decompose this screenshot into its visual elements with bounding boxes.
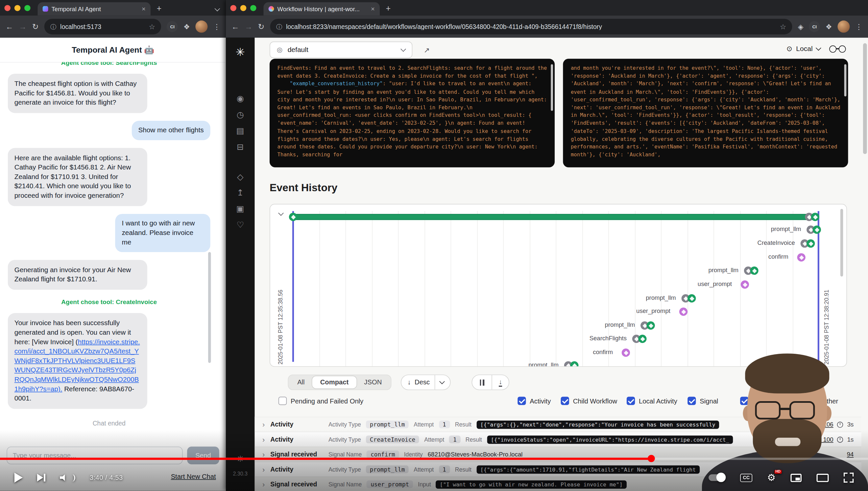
- tab-json[interactable]: JSON: [356, 376, 390, 388]
- timeline-event-marker[interactable]: [622, 348, 630, 357]
- checkbox[interactable]: [278, 397, 287, 405]
- row-expand-icon[interactable]: ›: [262, 435, 265, 443]
- row-expand-icon[interactable]: ›: [262, 465, 265, 473]
- collapse-timeline-button[interactable]: [276, 209, 285, 219]
- checkbox[interactable]: [518, 397, 526, 405]
- extension-badge-icon[interactable]: CI: [809, 21, 820, 32]
- message-input[interactable]: [7, 446, 183, 464]
- checkbox[interactable]: [627, 397, 635, 405]
- row-expand-icon[interactable]: ›: [262, 480, 265, 488]
- namespace-select[interactable]: ◎ default: [270, 41, 412, 58]
- timeline-event-marker[interactable]: [682, 294, 696, 302]
- bookmark-star-icon[interactable]: ☆: [780, 22, 786, 31]
- start-new-chat-link[interactable]: Start New Chat: [171, 472, 216, 481]
- temporal-logo-icon[interactable]: ✳: [226, 46, 255, 59]
- workflow-start-marker[interactable]: [289, 213, 297, 221]
- zoom-window-button[interactable]: [24, 5, 31, 11]
- filter-local-activity[interactable]: Local Activity: [627, 397, 677, 405]
- zoom-window-button[interactable]: [250, 5, 256, 11]
- cube-icon[interactable]: ◇: [237, 172, 243, 181]
- invoice-link[interactable]: https://invoice.stripe.com/i/acct_1NBOLu…: [14, 338, 140, 393]
- timeline-event-marker[interactable]: [641, 321, 655, 330]
- address-bar[interactable]: ⓘ localhost:8233/namespaces/default/work…: [270, 19, 793, 34]
- sort-desc-button[interactable]: ↓ Desc: [401, 375, 451, 390]
- stack-icon[interactable]: ▤: [237, 126, 244, 135]
- workflow-end-marker[interactable]: [805, 213, 819, 221]
- visibility-icon[interactable]: ◉: [237, 94, 244, 103]
- field-chip: prompt_llm: [366, 421, 409, 429]
- back-icon[interactable]: ←: [6, 23, 13, 31]
- feedback-heart-icon[interactable]: ♡: [237, 221, 244, 229]
- archive-icon[interactable]: ⊟: [237, 143, 244, 151]
- row-expand-icon[interactable]: ›: [262, 450, 265, 458]
- timeline-event-marker[interactable]: [632, 335, 647, 343]
- timeline-event-marker[interactable]: [807, 225, 821, 234]
- forward-icon[interactable]: →: [19, 23, 27, 31]
- workflow-input-json-panel[interactable]: FindEvents: Find an event to travel to 2…: [270, 59, 555, 167]
- close-window-button[interactable]: [4, 5, 10, 11]
- url-text: localhost:5173: [60, 23, 145, 30]
- field-label: Attempt: [414, 421, 434, 428]
- checkbox-label: Activity: [530, 397, 551, 405]
- filter-pending-and-failed-only[interactable]: Pending and Failed Only: [278, 397, 363, 405]
- extensions-puzzle-icon[interactable]: ❖: [183, 22, 190, 31]
- shield-extension-icon[interactable]: ◈: [798, 22, 804, 31]
- codec-glasses-icon[interactable]: [829, 46, 846, 53]
- pause-autorefresh-button[interactable]: [472, 375, 492, 389]
- page-scrollbar[interactable]: [863, 43, 867, 154]
- new-tab-button[interactable]: +: [384, 3, 393, 12]
- workflow-result-json-panel[interactable]: and month you're interested in for the e…: [563, 59, 848, 167]
- site-info-icon[interactable]: ⓘ: [276, 22, 282, 31]
- panel-scrollbar[interactable]: [844, 64, 847, 96]
- timeline-scrollbar[interactable]: [840, 209, 843, 277]
- filter-child-workflow[interactable]: Child Workflow: [561, 397, 617, 405]
- open-in-new-button[interactable]: ↗: [418, 41, 435, 58]
- minimize-window-button[interactable]: [240, 5, 247, 11]
- export-icon[interactable]: ↥: [237, 188, 244, 197]
- extensions-puzzle-icon[interactable]: ❖: [826, 22, 832, 31]
- timeline-event-marker[interactable]: [797, 253, 806, 261]
- timeline-event-marker[interactable]: [564, 362, 579, 367]
- tab-close-icon[interactable]: ×: [142, 6, 146, 12]
- extension-badge-icon[interactable]: CI: [167, 21, 178, 32]
- chat-scrollbar[interactable]: [208, 252, 211, 363]
- bookmark-star-icon[interactable]: ☆: [149, 22, 155, 31]
- minimize-window-button[interactable]: [14, 5, 21, 11]
- schedules-icon[interactable]: ◷: [237, 110, 244, 119]
- row-expand-icon[interactable]: ›: [262, 420, 265, 429]
- checkbox[interactable]: [687, 397, 696, 405]
- back-icon[interactable]: ←: [231, 23, 239, 31]
- new-tab-button[interactable]: +: [155, 3, 164, 12]
- tab-strip-right: Workflow History | agent-wor... × +: [226, 0, 868, 16]
- local-datasource-dropdown[interactable]: ⊙ Local: [786, 45, 820, 53]
- panel-scrollbar[interactable]: [551, 64, 553, 111]
- timeline-event-marker[interactable]: [744, 266, 758, 275]
- profile-avatar[interactable]: [837, 21, 849, 33]
- browser-menu-icon[interactable]: ⋮: [855, 22, 862, 31]
- timeline-event-marker[interactable]: [741, 280, 749, 289]
- tab-search-chevron-icon[interactable]: [213, 1, 221, 15]
- chevron-down-icon[interactable]: [440, 379, 445, 384]
- checkbox[interactable]: [561, 397, 569, 405]
- tab-all[interactable]: All: [290, 376, 313, 388]
- theme-toggle-sun-icon[interactable]: ☀: [226, 454, 255, 464]
- tab-close-icon[interactable]: ×: [371, 6, 375, 12]
- send-button[interactable]: Send: [187, 446, 219, 464]
- site-info-icon[interactable]: ⓘ: [50, 22, 57, 31]
- workflow-span-bar[interactable]: [293, 214, 819, 220]
- browser-tab-temporal-agent[interactable]: Temporal AI Agent ×: [37, 2, 150, 16]
- browser-menu-icon[interactable]: ⋮: [213, 22, 220, 31]
- tab-compact[interactable]: Compact: [312, 376, 356, 388]
- close-window-button[interactable]: [230, 5, 237, 11]
- filter-activity[interactable]: Activity: [518, 397, 551, 405]
- profile-avatar[interactable]: [195, 21, 208, 33]
- browser-tab-workflow-history[interactable]: Workflow History | agent-wor... ×: [264, 2, 380, 16]
- address-bar[interactable]: ⓘ localhost:5173 ☆: [44, 19, 161, 34]
- timeline-event-marker[interactable]: [801, 239, 815, 248]
- frame-icon[interactable]: ▣: [237, 204, 244, 213]
- download-history-button[interactable]: ↓: [492, 375, 508, 389]
- reload-icon[interactable]: ↻: [32, 23, 39, 31]
- forward-icon[interactable]: →: [245, 23, 252, 31]
- timeline-event-marker[interactable]: [679, 307, 687, 316]
- reload-icon[interactable]: ↻: [258, 23, 265, 31]
